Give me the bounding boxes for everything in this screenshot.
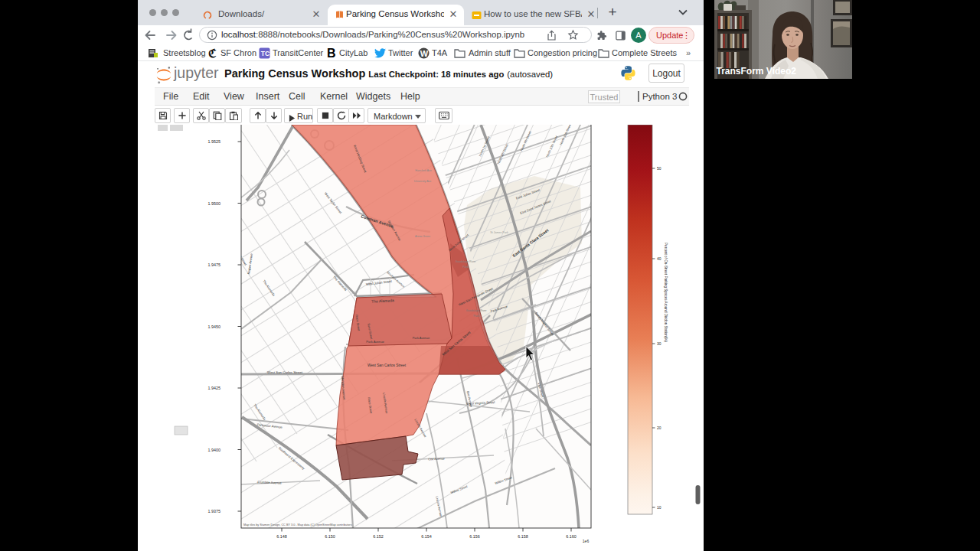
svg-text:St James Park: St James Park: [490, 231, 508, 234]
svg-text:1.9500: 1.9500: [208, 201, 221, 206]
svg-text:10: 10: [657, 505, 662, 510]
svg-text:1.9450: 1.9450: [208, 324, 221, 329]
svg-text:6.154: 6.154: [421, 534, 432, 539]
svg-text:Arena Green: Arena Green: [415, 235, 430, 238]
svg-text:West San Carlos Street: West San Carlos Street: [267, 370, 303, 374]
svg-text:Map tiles by Stamen Design, CC: Map tiles by Stamen Design, CC BY 3.0 - …: [243, 523, 352, 527]
svg-text:Park: Park: [473, 315, 479, 318]
svg-text:TC: TC: [261, 50, 270, 57]
svg-text:Hanchett Ave: Hanchett Ave: [415, 169, 431, 172]
svg-text:B: B: [327, 47, 336, 59]
svg-text:30: 30: [657, 341, 662, 346]
svg-text:1e6: 1e6: [583, 539, 590, 543]
svg-text:Park: Park: [462, 266, 469, 269]
svg-text:1.9475: 1.9475: [208, 262, 221, 267]
svg-text:50: 50: [657, 166, 662, 171]
svg-text:6.160: 6.160: [566, 534, 577, 539]
svg-text:1.9525: 1.9525: [208, 139, 221, 144]
svg-text:Guadalupe River: Guadalupe River: [466, 309, 488, 312]
svg-text:6.150: 6.150: [325, 534, 335, 539]
svg-text:6.158: 6.158: [518, 534, 528, 539]
svg-text:Guadalupe River: Guadalupe River: [456, 260, 477, 263]
svg-text:1.9400: 1.9400: [208, 448, 221, 452]
svg-text:1.9375: 1.9375: [208, 509, 221, 514]
svg-text:University Ave: University Ave: [414, 180, 432, 183]
svg-text:W: W: [420, 49, 429, 58]
svg-text:40: 40: [657, 256, 662, 261]
svg-text:ℭ: ℭ: [208, 47, 217, 59]
svg-text:Coe Avenue: Coe Avenue: [428, 457, 446, 461]
svg-text:1.9425: 1.9425: [208, 386, 221, 390]
svg-text:TransForm Video2: TransForm Video2: [717, 66, 797, 77]
svg-text:20: 20: [657, 425, 662, 430]
svg-text:West San Carlos Street: West San Carlos Street: [368, 364, 407, 367]
svg-text:Park Avenue: Park Avenue: [366, 340, 384, 344]
svg-text:Percent of On-Street Parking S: Percent of On-Street Parking Spaces Arou…: [664, 243, 668, 342]
svg-text:6.148: 6.148: [276, 534, 287, 539]
svg-text:Park Avenue: Park Avenue: [413, 336, 430, 340]
svg-text:6.152: 6.152: [373, 534, 384, 539]
svg-text:6.156: 6.156: [469, 534, 480, 539]
